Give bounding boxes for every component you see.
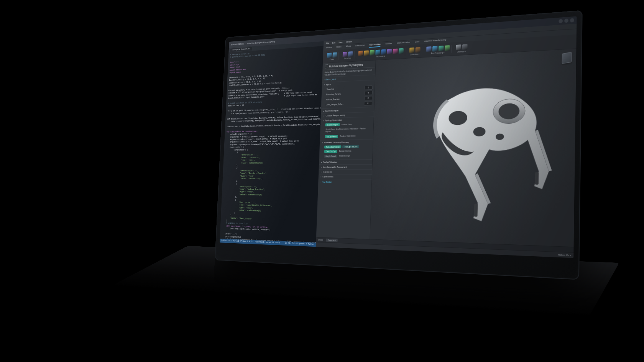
section-collapsed: Export assets [319,175,372,180]
view-cube[interactable] [562,52,572,64]
chip-discrete-region[interactable]: Discrete Region [325,123,340,127]
status-mid: PowerShell: normal LF UTF-8 [255,241,280,244]
input-value[interactable]: 0 [364,96,372,100]
window-controls [559,18,574,23]
input-field: Load_Weights_Diffe…0 [326,101,372,107]
tool-icon[interactable] [445,45,450,51]
geom-row3-label: Weight Savings [338,154,350,158]
maximize-icon[interactable] [564,18,568,23]
ribbon-group-constraints-: Constraints ▾ [408,47,422,56]
laptop-bezel: 3DEXPERIENCE — Motorbike Swingarm Lightw… [215,10,583,280]
ribbon-group-post-processing-: Post Processing ▾ [425,45,452,54]
chip-topopt-result[interactable]: TopOpt Result [325,135,338,138]
tool-icon[interactable] [426,46,431,52]
tool-icon[interactable] [399,48,404,54]
svg-point-0 [493,98,525,124]
tool-icon[interactable] [327,52,332,58]
menu-view[interactable]: View [338,41,342,43]
ribbon-group-label: Exchange ▾ [457,50,466,52]
input-label: Boundary_Penalty [326,93,341,95]
tool-icon[interactable] [332,52,337,57]
section-header[interactable]: Export assets [319,175,372,179]
menu-window[interactable]: Window [346,40,352,43]
input-label: Volume_Fraction [326,98,339,101]
menu-file[interactable]: File [326,42,329,44]
tool-icon[interactable] [387,49,392,54]
status-right: Ln 72, Col 44 Spaces: 4 Python [285,242,314,246]
ribbon-group-exchange-: Exchange ▾ [454,44,469,53]
viewport-3d[interactable] [370,49,576,247]
input-value[interactable]: 0 [365,85,373,90]
geom-row2-label: Boolean Intersect [338,149,351,153]
ribbon-group-smoothing: Smoothing [341,51,355,59]
property-panel: Motorbike Swingarm Lightweighting Design… [316,60,376,239]
ribbon-tab-data[interactable]: Data [415,40,419,45]
section-topology: Topology Optimization Discrete Region Bo… [320,117,374,141]
section-inputs: Inputs Threshold0Boundary_Penalty0Volume… [321,80,375,109]
chip-topopt-result-tag[interactable]: + TopOpt Result ✕ [342,145,359,148]
input-field: Boundary_Penalty0 [326,90,373,96]
tool-icon[interactable] [409,47,414,53]
tool-icon[interactable] [375,49,380,55]
tool-icon[interactable] [415,47,420,52]
ribbon-group-label: Post Processing ▾ [431,52,445,54]
tool-icon[interactable] [348,51,353,57]
tool-icon[interactable] [381,49,386,54]
cad-app-pane: FileEditViewWindow LatticeFieldsMeshSimu… [316,24,577,258]
chip-clean-topopt[interactable]: Clean TopOpt [324,150,337,153]
output-tab-1[interactable]: Output [318,239,323,241]
topo-row2-label: Topology Optimization [339,134,356,138]
tool-icon[interactable] [358,51,363,56]
ribbon-group-label: Smoothing [344,57,351,59]
model-swingarm [370,49,576,247]
tool-icon[interactable] [364,50,369,56]
svg-point-2 [449,111,467,125]
ribbon-group-label: Create [330,58,334,60]
ribbon-group-create: Create [325,52,338,61]
tool-icon[interactable] [393,48,398,54]
checkbox-icon[interactable] [325,64,328,68]
input-value[interactable]: 0 [364,90,372,95]
input-label: Threshold [326,88,334,90]
section-geometry: Automated Geometry Recovery Redundant To… [319,140,373,160]
tool-icon[interactable] [462,44,468,50]
tool-icon[interactable] [456,44,461,50]
tool-icon[interactable] [370,50,375,55]
screen: 3DEXPERIENCE — Motorbike Swingarm Lightw… [220,16,577,258]
input-field: Volume_Fraction0 [326,96,372,102]
output-tab-2[interactable]: Output text [325,239,338,242]
section-collapsed: TopOpt Validation [319,160,372,165]
code-editor-pane: swingarm_topopt.py # swingarm_topopt.py#… [220,41,324,247]
chip-redundant-topopt[interactable]: Redundant TopOpt [324,146,341,149]
tool-icon[interactable] [342,51,347,57]
topo-note: Struct. Compl. for all load cases + vf c… [325,127,371,134]
svg-point-3 [473,127,485,136]
topo-row-1: Discrete Region Boolean Union [325,122,371,127]
chip-weight-saved[interactable]: Weight Saved [324,155,337,158]
section-header[interactable]: Manufacturability Assessment [319,165,372,169]
ribbon-group-label: Responses ▾ [376,55,385,57]
minimize-icon[interactable] [559,19,563,23]
status-quality[interactable]: Highest 16x ▾ [558,254,571,257]
section-collapsed: Outputs Set [319,170,372,175]
topo-row-2: TopOpt Result Topology Optimization [325,134,371,139]
ribbon-group-label: Constraints ▾ [410,53,419,55]
menu-edit[interactable]: Edit [332,41,335,44]
section-header[interactable]: TopOpt Validation [319,160,372,164]
svg-point-1 [498,103,519,120]
input-value[interactable]: 0 [364,101,372,105]
geom-row-1: Redundant TopOpt + TopOpt Result ✕ [324,145,371,149]
ribbon-tab-additive-manufacturing[interactable]: Additive Manufacturing [424,39,446,44]
new-section-button[interactable]: + New Section [318,179,371,185]
geom-row-3: Weight Saved Weight Savings [324,154,370,159]
svg-point-4 [496,133,504,140]
section-header[interactable]: Outputs Set [319,170,372,174]
tool-icon[interactable] [432,46,437,52]
section-collapsed: Manufacturability Assessment [319,165,372,170]
svg-rect-5 [535,172,539,185]
close-icon[interactable] [570,18,574,22]
status-left: Python 3.9.2 Virtual (Python 3.9.2) [222,239,253,243]
topo-row1-label: Boolean Union [341,123,352,126]
code-area[interactable]: # swingarm_topopt.py# generated Fri Aug … [220,46,323,242]
tool-icon[interactable] [439,46,444,51]
